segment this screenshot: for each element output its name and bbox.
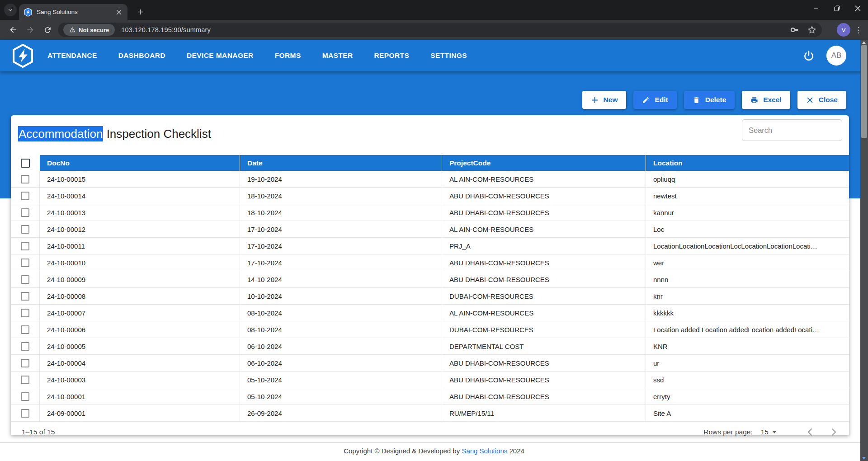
column-header-date[interactable]: Date — [240, 155, 442, 171]
table-row[interactable]: 24-10-00012 17-10-2024 AL AIN-COM-RESOUR… — [11, 221, 849, 238]
user-avatar[interactable]: AB — [826, 46, 846, 66]
new-tab-button[interactable] — [134, 5, 146, 18]
column-header-location[interactable]: Location — [646, 155, 849, 171]
forward-button[interactable] — [24, 23, 37, 37]
page-scrollbar[interactable] — [860, 40, 868, 461]
tab-close-icon[interactable] — [115, 8, 123, 16]
row-checkbox[interactable] — [21, 325, 29, 334]
table-row[interactable]: 24-10-00008 10-10-2024 DUBAI-COM-RESOURC… — [11, 288, 849, 305]
select-all-checkbox[interactable] — [21, 159, 30, 168]
cell-date: 14-10-2024 — [240, 271, 442, 287]
table-row[interactable]: 24-10-00011 17-10-2024 PRJ_A LocationLoc… — [11, 238, 849, 254]
cell-date: 08-10-2024 — [240, 305, 442, 321]
nav-item-settings[interactable]: SETTINGS — [430, 52, 467, 60]
table-row[interactable]: 24-10-00013 18-10-2024 ABU DHABI-COM-RES… — [11, 204, 849, 221]
table-row[interactable]: 24-10-00004 06-10-2024 ABU DHABI-COM-RES… — [11, 355, 849, 372]
minimize-button[interactable] — [806, 0, 826, 16]
edit-button[interactable]: Edit — [633, 91, 676, 109]
table-row[interactable]: 24-10-00014 18-10-2024 ABU DHABI-COM-RES… — [11, 188, 849, 204]
close-window-button[interactable] — [847, 0, 868, 16]
cell-date: 08-10-2024 — [240, 321, 442, 338]
browser-profile-avatar[interactable]: V — [837, 23, 850, 37]
nav-item-master[interactable]: MASTER — [322, 52, 353, 60]
cell-date: 06-10-2024 — [240, 355, 442, 371]
excel-button[interactable]: Excel — [742, 91, 790, 109]
table-row[interactable]: 24-10-00007 08-10-2024 AL AIN-COM-RESOUR… — [11, 305, 849, 321]
row-checkbox[interactable] — [21, 409, 29, 418]
not-secure-badge[interactable]: Not secure — [63, 24, 115, 36]
row-checkbox[interactable] — [21, 225, 29, 234]
column-header-projectcode[interactable]: ProjectCode — [442, 155, 646, 171]
delete-button[interactable]: Delete — [684, 91, 735, 109]
nav-item-forms[interactable]: FORMS — [275, 52, 301, 60]
card-titlebar: Accommodation Inspection Checklist — [11, 115, 849, 155]
row-checkbox[interactable] — [21, 175, 29, 183]
close-button[interactable]: Close — [797, 91, 846, 109]
table-row[interactable]: 24-10-00005 06-10-2024 DEPARTMENTAL COST… — [11, 338, 849, 355]
row-checkbox[interactable] — [21, 359, 29, 367]
row-checkbox[interactable] — [21, 392, 29, 401]
previous-page-button[interactable] — [805, 427, 816, 437]
cell-projectcode: DEPARTMENTAL COST — [442, 338, 646, 354]
row-checkbox[interactable] — [21, 342, 29, 351]
nav-item-attendance[interactable]: ATTENDANCE — [47, 52, 97, 60]
nav-item-device-manager[interactable]: DEVICE MANAGER — [187, 52, 254, 60]
row-checkbox-cell — [11, 321, 40, 338]
nav-item-reports[interactable]: REPORTS — [374, 52, 410, 60]
row-checkbox[interactable] — [21, 275, 29, 284]
row-checkbox[interactable] — [21, 376, 29, 384]
row-checkbox[interactable] — [21, 242, 29, 250]
new-button[interactable]: New — [582, 91, 627, 109]
search-input[interactable] — [742, 119, 842, 141]
title-rest-text: Inspection Checklist — [103, 127, 211, 141]
back-button[interactable] — [6, 23, 20, 37]
row-checkbox[interactable] — [21, 309, 29, 317]
copyright-footer: Copyright © Designed & Developed by Sang… — [0, 442, 868, 455]
reload-button[interactable] — [41, 23, 54, 37]
company-link[interactable]: Sang Solutions — [462, 447, 507, 455]
tab-search-button[interactable] — [4, 4, 17, 16]
row-checkbox[interactable] — [21, 208, 29, 217]
browser-tab[interactable]: Sang Solutions — [19, 4, 127, 20]
table-row[interactable]: 24-10-00010 17-10-2024 ABU DHABI-COM-RES… — [11, 254, 849, 271]
column-header-docno[interactable]: DocNo — [40, 155, 240, 171]
bookmark-star-icon[interactable] — [807, 25, 816, 34]
rows-per-page-label: Rows per page: — [703, 428, 753, 436]
address-bar[interactable]: Not secure 103.120.178.195:90/summary — [58, 23, 822, 37]
row-checkbox[interactable] — [21, 192, 29, 200]
app-logo-icon[interactable] — [12, 44, 34, 68]
cell-date: 18-10-2024 — [240, 204, 442, 221]
table-row[interactable]: 24-10-00015 19-10-2024 AL AIN-COM-RESOUR… — [11, 171, 849, 188]
password-key-icon[interactable] — [790, 25, 799, 34]
window-controls — [806, 0, 868, 16]
scroll-up-arrow-icon[interactable] — [862, 41, 866, 44]
close-icon — [806, 96, 814, 104]
scroll-down-arrow-icon[interactable] — [862, 457, 866, 460]
cell-date: 06-10-2024 — [240, 338, 442, 354]
nav-item-dashboard[interactable]: DASHBOARD — [118, 52, 165, 60]
logout-power-icon[interactable] — [803, 50, 815, 61]
copyright-text: Copyright © Designed & Developed by — [344, 447, 462, 455]
table-row[interactable]: 24-10-00001 05-10-2024 ABU DHABI-COM-RES… — [11, 388, 849, 405]
scrollbar-thumb[interactable] — [861, 45, 867, 138]
browser-menu-button[interactable]: ⋮ — [853, 23, 864, 37]
row-checkbox-cell — [11, 388, 40, 405]
table-row[interactable]: 24-10-00003 05-10-2024 ABU DHABI-COM-RES… — [11, 372, 849, 388]
row-checkbox[interactable] — [21, 259, 29, 267]
cell-date: 17-10-2024 — [240, 221, 442, 237]
table-row[interactable]: 24-10-00006 08-10-2024 DUBAI-COM-RESOURC… — [11, 321, 849, 338]
cell-location: opliuqq — [646, 171, 849, 187]
cell-docno: 24-10-00010 — [40, 254, 240, 271]
row-checkbox[interactable] — [21, 292, 29, 301]
cell-location: ur — [646, 355, 849, 371]
browser-toolbar: Not secure 103.120.178.195:90/summary V … — [0, 20, 868, 40]
restore-button[interactable] — [826, 0, 847, 16]
table-row[interactable]: 24-10-00009 14-10-2024 ABU DHABI-COM-RES… — [11, 271, 849, 288]
rows-per-page-select[interactable]: 15 — [761, 428, 777, 436]
next-page-button[interactable] — [828, 427, 839, 437]
tab-title: Sang Solutions — [37, 9, 115, 15]
title-highlighted-text: Accommodation — [18, 126, 103, 141]
table-row[interactable]: 24-09-00001 26-09-2024 RU/MEP/15/11 Site… — [11, 405, 849, 422]
row-checkbox-cell — [11, 338, 40, 354]
cell-projectcode: ABU DHABI-COM-RESOURCES — [442, 355, 646, 371]
